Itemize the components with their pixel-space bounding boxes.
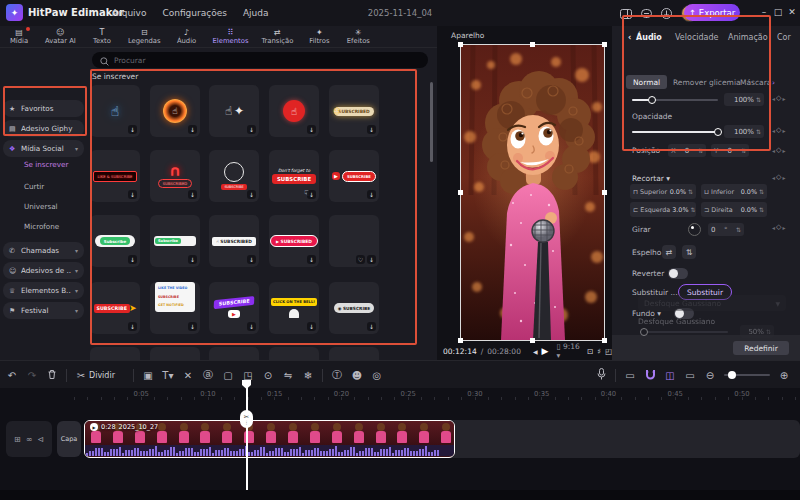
scale-slider[interactable] [632, 99, 718, 101]
keyframe-arrow-icon[interactable]: ▸ [782, 127, 785, 134]
preview-axis-icon[interactable]: ▭ [680, 370, 700, 381]
search-input[interactable]: Procurar [92, 52, 428, 68]
download-icon[interactable]: ↓ [128, 322, 137, 331]
sidebar-subitem-se-inscrever[interactable]: Se inscrever [24, 160, 68, 169]
rotate-value[interactable]: 0°⇅ [708, 223, 744, 236]
feedback-icon[interactable] [641, 9, 652, 19]
selection-handle[interactable] [458, 338, 463, 343]
video-canvas[interactable] [460, 44, 605, 341]
library-scrollbar[interactable] [430, 82, 433, 162]
element-tile[interactable]: ↓ [90, 85, 140, 137]
ribbon-item-legendas[interactable]: ⊟Legendas [128, 29, 161, 45]
selection-handle[interactable] [458, 42, 463, 47]
sidebar-item-adesivo-giphy[interactable]: ▤Adesivo Giphy [3, 120, 84, 137]
download-icon[interactable]: ↓ [188, 322, 197, 331]
selection-handle[interactable] [602, 42, 607, 47]
zoom-in-icon[interactable]: ⊕ [774, 370, 794, 381]
element-tile[interactable]: ↓ [209, 85, 259, 137]
maximize-button[interactable]: □ [771, 0, 785, 24]
element-tile[interactable]: CLICK ON THE BELL!↓ [269, 282, 319, 334]
download-icon[interactable]: ↓ [128, 255, 137, 264]
ribbon-item-avatar-ai[interactable]: ☺Avatar AI [45, 29, 76, 45]
element-tile[interactable]: SUBSCRIBE↓ [209, 150, 259, 202]
download-icon[interactable]: ↓ [128, 125, 137, 134]
stepper-icon[interactable]: ⇅ [759, 206, 764, 213]
selection-handle[interactable] [530, 42, 535, 47]
keyframe-arrow-icon[interactable]: ▸ [782, 147, 785, 154]
selection-handle[interactable] [602, 338, 607, 343]
undo-icon[interactable]: ↶ [2, 370, 22, 381]
template-tool-icon[interactable]: Ⓣ [327, 368, 347, 382]
track-volume-icon[interactable]: ⊲ [37, 435, 44, 444]
mode-mascara[interactable]: Máscara [740, 78, 771, 87]
keyframe-arrow-icon[interactable]: ◂ [772, 224, 775, 231]
magnet-snap-icon[interactable] [640, 369, 660, 382]
video-clip[interactable]: ▶ 0:28 2025_10_27 [84, 420, 455, 458]
reset-button[interactable]: Redefinir [733, 341, 789, 355]
element-tile[interactable]: SUBSCRIBED↓ [269, 215, 319, 267]
blur-slider[interactable] [642, 331, 728, 333]
element-tile[interactable]: LIKE THE VIDEOSUBSCRIBEGET NOTIFIED↓ [150, 282, 200, 334]
crop-section-label[interactable]: Recortar ▾ [632, 174, 670, 183]
scale-value[interactable]: 100%⇅ [724, 93, 764, 106]
element-tile[interactable]: ↓ [269, 85, 319, 137]
download-icon[interactable]: ↓ [188, 125, 197, 134]
element-tile[interactable]: SUBSCRIBED↓ [150, 150, 200, 202]
split-icon[interactable]: ✂ [71, 370, 91, 381]
element-tile[interactable]: SUBSCRIBED↓ [329, 85, 379, 137]
tab-audio[interactable]: Áudio [636, 33, 662, 42]
download-icon[interactable]: ↓ [367, 322, 376, 331]
remove-subtitle-icon[interactable]: ✕ [178, 370, 198, 381]
selection-handle[interactable] [458, 190, 463, 195]
mode-normal[interactable]: Normal [626, 75, 667, 89]
track-loop-icon[interactable]: ∞ [26, 435, 33, 444]
menu-item[interactable]: Ajuda [243, 8, 269, 18]
auto-caption-icon[interactable]: ⓐ [198, 368, 218, 382]
sidebar-subitem-microfone[interactable]: Microfone [24, 222, 59, 231]
keyframe-diamond-icon[interactable]: ◇ [776, 146, 781, 154]
stepper-icon[interactable]: ⇅ [756, 128, 761, 135]
enhance-tool-icon[interactable]: ◎ [367, 370, 387, 381]
keyframe-arrow-icon[interactable]: ▸ [782, 174, 785, 181]
stepper-icon[interactable]: ⇅ [756, 96, 761, 103]
split-label[interactable]: Dividir [89, 371, 115, 380]
expand-arrow-icon[interactable]: › [772, 78, 775, 87]
ribbon-item-efeitos[interactable]: ✳Efeitos [345, 29, 371, 45]
sidebar-item-elementos-b-[interactable]: ♕Elementos B...▾ [3, 282, 84, 299]
element-tile[interactable]: Subscribe↓ [90, 215, 140, 267]
delete-icon[interactable] [42, 369, 62, 382]
menu-item[interactable]: Configurações [162, 8, 226, 18]
timeline-zoom-slider[interactable] [724, 374, 770, 376]
download-icon[interactable]: ↓ [247, 190, 256, 199]
element-tile[interactable] [269, 347, 319, 360]
selection-handle[interactable] [530, 338, 535, 343]
link-icon[interactable]: ▭ [620, 370, 640, 381]
minimize-button[interactable]: – [757, 0, 771, 24]
element-tile[interactable]: LIKE & SUBSCRIBE↓ [90, 150, 140, 202]
blur-dropdown[interactable]: Desfoque Gaussiano▼ [638, 295, 786, 311]
menu-item[interactable]: Arquivo [112, 8, 146, 18]
position-x-field[interactable]: X0⇅ [668, 144, 706, 157]
stepper-icon[interactable]: ⇅ [759, 188, 764, 195]
sidebar-item-adesivos-de-[interactable]: ☺Adesivos de ...▾ [3, 262, 84, 279]
sidebar-item-chamadas[interactable]: ✆Chamadas▾ [3, 242, 84, 259]
element-tile[interactable]: SUBSCRIBE↓ [329, 150, 379, 202]
flip-tool-icon[interactable]: ⇋ [278, 370, 298, 381]
element-tile[interactable]: Subscribe↓ [150, 215, 200, 267]
opacity-slider[interactable] [632, 131, 718, 133]
crop-direita-field[interactable]: ⊐Direita0.0%⇅ [701, 202, 767, 217]
keyframe-control[interactable]: ◂◇▸ [772, 146, 785, 154]
playhead-line[interactable] [246, 382, 248, 490]
crop-inferior-field[interactable]: ⊔Inferior0.0%⇅ [701, 184, 767, 199]
favorite-icon[interactable]: ♡ [356, 255, 365, 264]
crop-superior-field[interactable]: ⊓Superior0.0%⇅ [630, 184, 696, 199]
keyframe-diamond-icon[interactable]: ◇ [776, 126, 781, 134]
keyframe-diamond-icon[interactable]: ◇ [776, 223, 781, 231]
download-icon[interactable]: ↓ [307, 322, 316, 331]
keyframe-arrow-icon[interactable]: ▸ [782, 224, 785, 231]
blur-value[interactable]: 50%⇅ [740, 325, 774, 338]
download-icon[interactable]: ↓ [188, 255, 197, 264]
tab-velocidade[interactable]: Velocidade [675, 33, 719, 42]
export-button[interactable]: ↥Exportar [684, 4, 740, 21]
ribbon-item-filtros[interactable]: ✦Filtros [306, 29, 332, 45]
